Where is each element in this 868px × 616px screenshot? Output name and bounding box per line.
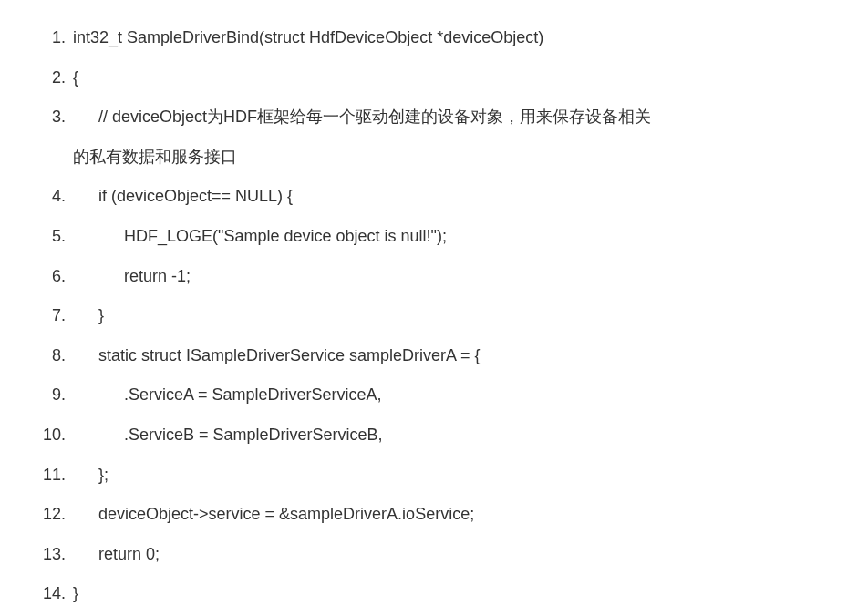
line-number: 2	[27, 60, 66, 97]
line-number: 4	[27, 179, 66, 215]
line-content: };	[73, 457, 841, 494]
line-number: 13	[27, 537, 66, 573]
code-block: 1 int32_t SampleDriverBind(struct HdfDev…	[27, 18, 841, 614]
line-content: HDF_LOGE("Sample device object is null!"…	[73, 219, 841, 255]
line-number: 6	[27, 259, 66, 295]
line-content-wrap: 的私有数据和服务接口	[73, 139, 841, 176]
line-number: 5	[27, 219, 66, 255]
line-number: 11	[27, 457, 66, 494]
code-line-9: 9 .ServiceA = SampleDriverServiceA,	[27, 375, 841, 416]
line-content: return 0;	[73, 537, 841, 573]
line-number: 1	[27, 20, 66, 56]
line-content: }	[73, 298, 841, 334]
line-number: 3	[27, 99, 66, 136]
line-number: 12	[27, 497, 66, 533]
code-line-8: 8 static struct ISampleDriverService sam…	[27, 336, 841, 376]
code-line-1: 1 int32_t SampleDriverBind(struct HdfDev…	[27, 18, 841, 58]
line-content: }	[73, 576, 841, 612]
line-content: .ServiceB = SampleDriverServiceB,	[73, 417, 841, 454]
line-content: static struct ISampleDriverService sampl…	[73, 338, 841, 375]
line-content: return -1;	[73, 259, 841, 295]
line-number: 7	[27, 298, 66, 334]
code-line-11: 11 };	[27, 456, 841, 496]
line-number: 14	[27, 576, 66, 612]
line-content: if (deviceObject== NULL) {	[73, 179, 841, 215]
line-content: // deviceObject为HDF框架给每一个驱动创建的设备对象，用来保存设…	[73, 99, 841, 136]
line-content: deviceObject->service = &sampleDriverA.i…	[73, 497, 841, 533]
code-line-6: 6 return -1;	[27, 257, 841, 297]
code-line-5: 5 HDF_LOGE("Sample device object is null…	[27, 217, 841, 257]
code-line-3: 3 // deviceObject为HDF框架给每一个驱动创建的设备对象，用来保…	[27, 98, 841, 138]
line-number: 9	[27, 377, 66, 414]
code-line-13: 13 return 0;	[27, 535, 841, 575]
code-line-2: 2 {	[27, 58, 841, 98]
line-content: int32_t SampleDriverBind(struct HdfDevic…	[73, 20, 841, 56]
code-line-12: 12 deviceObject->service = &sampleDriver…	[27, 495, 841, 535]
code-line-4: 4 if (deviceObject== NULL) {	[27, 177, 841, 217]
code-line-7: 7 }	[27, 296, 841, 336]
code-line-3-wrap: 的私有数据和服务接口	[27, 138, 841, 178]
code-line-14: 14 }	[27, 574, 841, 614]
code-line-10: 10 .ServiceB = SampleDriverServiceB,	[27, 416, 841, 456]
line-content: .ServiceA = SampleDriverServiceA,	[73, 377, 841, 414]
wrap-spacer	[27, 139, 73, 176]
line-content: {	[73, 60, 841, 97]
line-number: 8	[27, 338, 66, 375]
line-number: 10	[27, 417, 66, 454]
